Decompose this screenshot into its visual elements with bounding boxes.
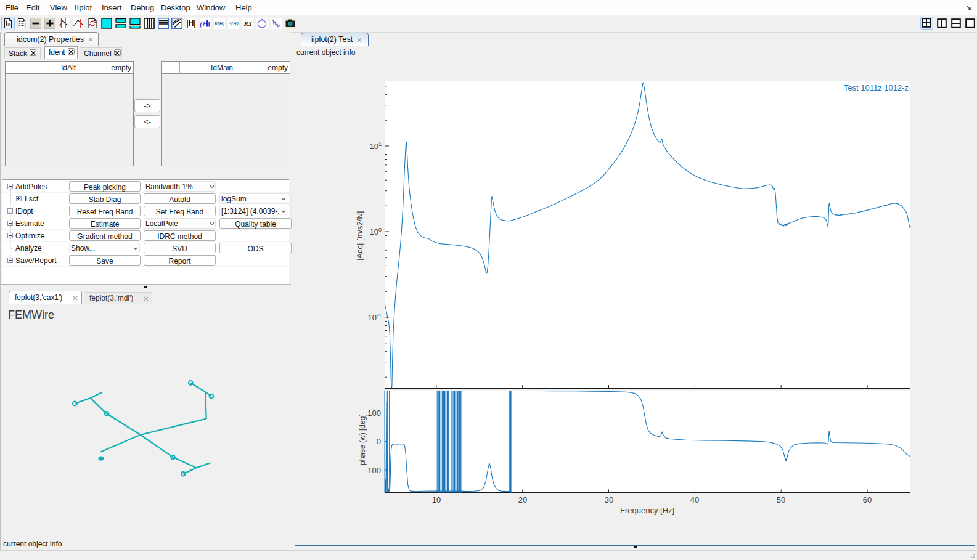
- svg-text:R(H): R(H): [214, 21, 224, 26]
- svg-text:|H|: |H|: [186, 19, 195, 28]
- svg-text:R3: R3: [243, 20, 252, 27]
- svg-text:3(H): 3(H): [228, 21, 238, 26]
